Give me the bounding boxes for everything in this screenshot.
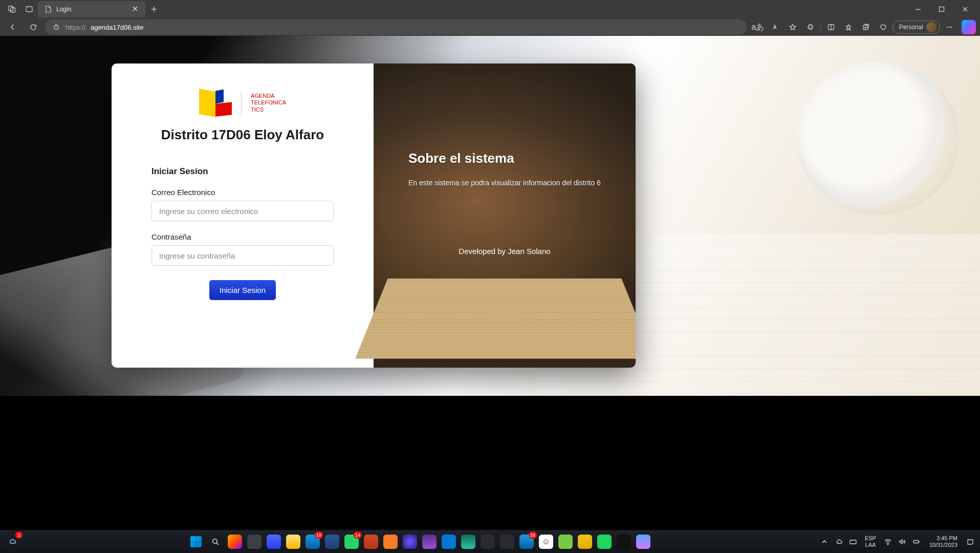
split-screen-icon[interactable] xyxy=(823,20,839,34)
page-icon xyxy=(44,5,52,13)
login-form-panel: AGENDA TELEFONICA TICS Distrito 17D06 El… xyxy=(112,63,374,368)
collections-icon[interactable] xyxy=(858,20,874,34)
taskbar-app-outlook[interactable]: 18 xyxy=(306,535,320,549)
taskbar-app-generic2[interactable] xyxy=(481,535,495,549)
tray-wifi-icon[interactable] xyxy=(883,537,892,546)
avatar xyxy=(926,22,937,32)
tray-onedrive-icon[interactable] xyxy=(834,537,843,546)
browser-chrome: Login https://agenda17d06.site aあ xyxy=(0,0,980,36)
nav-back-button[interactable] xyxy=(4,20,21,34)
weather-badge: 1 xyxy=(15,531,23,539)
login-card: AGENDA TELEFONICA TICS Distrito 17D06 El… xyxy=(112,63,636,368)
url-prefix: https:// xyxy=(66,24,85,31)
clock-time: 3:45 PM xyxy=(929,535,957,541)
login-button[interactable]: Iniciar Sesion xyxy=(209,280,276,300)
start-button[interactable] xyxy=(189,535,203,549)
tray-expand-icon[interactable] xyxy=(820,537,829,546)
browser-tab[interactable]: Login xyxy=(38,1,145,17)
url-host: agenda17d06.site xyxy=(91,24,143,31)
svg-point-9 xyxy=(951,27,952,28)
close-tab-icon[interactable] xyxy=(131,5,139,14)
search-button[interactable] xyxy=(208,535,223,549)
lock-icon xyxy=(52,23,60,32)
svg-point-10 xyxy=(213,539,217,543)
lang-bottom: LAA xyxy=(865,542,876,548)
tab-title: Login xyxy=(56,6,71,13)
taskbar-app-teams[interactable] xyxy=(267,535,281,549)
password-input[interactable] xyxy=(151,245,334,266)
taskbar-app-explorer[interactable] xyxy=(286,535,300,549)
nav-refresh-button[interactable] xyxy=(25,20,42,34)
language-indicator[interactable]: ESP LAA xyxy=(865,535,876,547)
taskbar-app-powerpoint[interactable] xyxy=(364,535,378,549)
svg-rect-2 xyxy=(26,7,32,12)
taskbar-app-duolingo[interactable] xyxy=(558,535,573,549)
url-field[interactable]: https://agenda17d06.site xyxy=(45,19,747,35)
taskbar-app-copilot-preview[interactable] xyxy=(228,535,242,549)
tray-notifications-icon[interactable] xyxy=(966,537,975,546)
taskbar-app-generic1[interactable] xyxy=(403,535,417,549)
browser-essentials-icon[interactable] xyxy=(875,20,891,34)
login-heading: Iniciar Sesion xyxy=(151,166,334,177)
tab-actions-icon[interactable] xyxy=(20,1,38,17)
taskbar-app-visual-studio[interactable] xyxy=(422,535,437,549)
password-label: Contraseña xyxy=(151,232,334,241)
taskbar-app-paint[interactable] xyxy=(636,535,650,549)
page-title: Distrito 17D06 Eloy Alfaro xyxy=(151,127,334,143)
taskbar-app-generic3[interactable] xyxy=(500,535,514,549)
page-viewport: AGENDA TELEFONICA TICS Distrito 17D06 El… xyxy=(0,36,980,396)
tray-volume-icon[interactable] xyxy=(898,537,907,546)
logo-text-line: TELEFONICA xyxy=(251,99,286,106)
favorite-icon[interactable] xyxy=(785,20,801,34)
about-text: En este sistema se podra visualizar info… xyxy=(408,179,601,187)
svg-rect-4 xyxy=(54,26,58,29)
more-menu-icon[interactable] xyxy=(941,20,957,34)
copilot-icon[interactable] xyxy=(962,20,976,34)
logo-text-line: AGENDA xyxy=(251,93,286,99)
taskbar-app-calendar[interactable]: 28 xyxy=(519,535,534,549)
window-maximize[interactable] xyxy=(930,0,953,18)
taskbar-app-word[interactable] xyxy=(325,535,339,549)
password-group: Contraseña xyxy=(151,232,334,266)
taskbar-app-task-view[interactable] xyxy=(247,535,262,549)
system-tray: ESP LAA 3:45 PM 10/31/2023 xyxy=(820,535,975,547)
taskbar-app-edge[interactable] xyxy=(461,535,475,549)
developer-credit: Developed by Jean Solano xyxy=(374,247,636,256)
workspaces-icon[interactable] xyxy=(3,1,20,17)
taskbar-app-emoji[interactable]: ☺ xyxy=(539,535,553,549)
taskbar: 1 18 14 28 ☺ ESP LAA xyxy=(0,530,980,553)
weather-widget[interactable]: 1 xyxy=(5,535,19,549)
window-minimize[interactable] xyxy=(906,0,930,18)
taskbar-app-xampp[interactable] xyxy=(383,535,398,549)
taskbar-app-spotify[interactable] xyxy=(597,535,612,549)
svg-point-12 xyxy=(887,544,888,545)
translate-icon[interactable]: aあ xyxy=(750,20,766,34)
read-aloud-icon[interactable] xyxy=(767,20,783,34)
window-close[interactable] xyxy=(953,0,977,18)
taskbar-app-whatsapp[interactable]: 14 xyxy=(344,535,359,549)
svg-rect-13 xyxy=(913,540,919,543)
logo: AGENDA TELEFONICA TICS xyxy=(151,90,334,116)
clock-date: 10/31/2023 xyxy=(929,542,957,548)
divider xyxy=(820,23,821,32)
extensions-icon[interactable] xyxy=(802,20,818,34)
taskbar-app-vscode[interactable] xyxy=(442,535,456,549)
window-controls xyxy=(906,0,977,18)
clock[interactable]: 3:45 PM 10/31/2023 xyxy=(929,535,957,547)
email-input[interactable] xyxy=(151,201,334,221)
logo-mark xyxy=(199,90,232,116)
address-bar-actions: aあ Personal xyxy=(750,20,976,34)
favorites-bar-icon[interactable] xyxy=(840,20,857,34)
tray-battery-icon[interactable] xyxy=(912,537,921,546)
tab-bar: Login xyxy=(0,0,980,18)
taskbar-app-terminal[interactable] xyxy=(617,535,631,549)
about-panel: Sobre el sistema En este sistema se podr… xyxy=(374,63,636,368)
svg-rect-11 xyxy=(850,540,856,544)
svg-point-7 xyxy=(947,27,948,28)
profile-button[interactable]: Personal xyxy=(892,20,940,34)
tray-keyboard-icon[interactable] xyxy=(848,537,858,546)
about-heading: Sobre el sistema xyxy=(408,151,601,166)
new-tab-button[interactable] xyxy=(145,1,163,17)
taskbar-app-powerbi[interactable] xyxy=(578,535,592,549)
logo-text: AGENDA TELEFONICA TICS xyxy=(251,93,286,113)
